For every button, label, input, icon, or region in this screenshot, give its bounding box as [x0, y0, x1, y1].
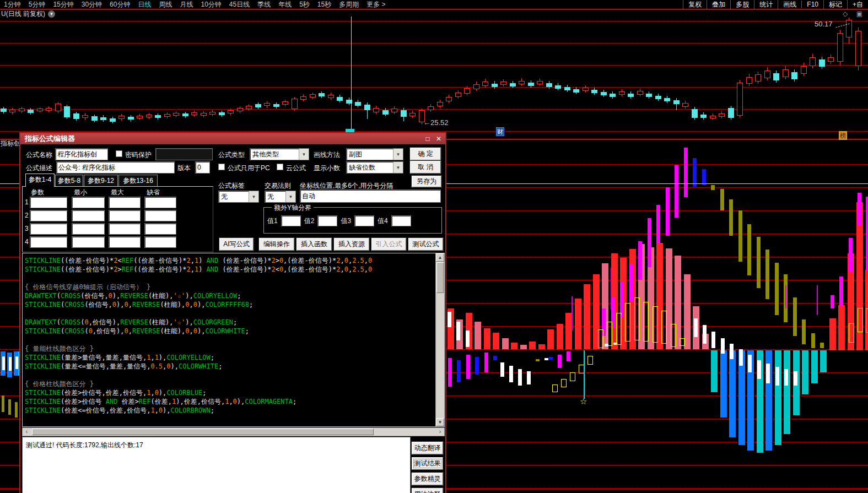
toolbar-button[interactable]: 画线	[778, 0, 801, 9]
toolbar-button[interactable]: 统计	[754, 0, 778, 9]
period-item[interactable]: 5秒	[295, 0, 314, 9]
version-input[interactable]	[195, 161, 210, 174]
param-input[interactable]	[30, 236, 67, 248]
chevron-down-icon[interactable]: ▼	[249, 191, 258, 202]
period-item[interactable]: 更多 >	[363, 0, 389, 9]
chevron-down-icon[interactable]: ▼	[393, 162, 403, 173]
vscroll-thumb[interactable]	[436, 262, 444, 293]
candle	[537, 81, 543, 84]
extra-y-input[interactable]	[354, 215, 374, 226]
param-input[interactable]	[72, 197, 105, 208]
candle	[364, 105, 370, 110]
param-input[interactable]	[109, 197, 141, 208]
extra-y-input[interactable]	[281, 215, 301, 226]
formula-name-input[interactable]	[55, 148, 108, 160]
tab-参数9-12[interactable]: 参数9-12	[84, 175, 118, 187]
param-input[interactable]	[144, 223, 176, 235]
close-icon[interactable]: ✕	[434, 134, 443, 143]
trade-rule-select[interactable]: 无▼	[265, 191, 296, 203]
gridline	[0, 131, 868, 132]
decimal-select[interactable]: 缺省位数▼	[346, 161, 403, 174]
coord-position-input[interactable]	[300, 189, 441, 203]
action-button-插入资源[interactable]: 插入资源	[334, 238, 369, 251]
candle	[828, 57, 834, 62]
toolbar-button[interactable]: 叠加	[707, 0, 730, 9]
chevron-down-icon[interactable]: ▼	[285, 191, 295, 202]
period-item[interactable]: 5分钟	[25, 0, 50, 9]
param-input[interactable]	[109, 210, 141, 221]
pc-only-checkbox[interactable]	[218, 164, 225, 170]
extra-y-item-label: 值3	[341, 216, 351, 226]
period-item[interactable]: 30分钟	[78, 0, 106, 9]
period-item[interactable]: 45日线	[225, 0, 254, 9]
action-button-编辑操作[interactable]: 编辑操作	[259, 238, 294, 251]
chevron-down-icon[interactable]: ▼	[299, 149, 309, 160]
period-item[interactable]: 季线	[254, 0, 274, 9]
action-button-插入函数[interactable]: 插入函数	[296, 238, 332, 251]
indicator-bar-wide	[802, 350, 808, 394]
cloud-formula-checkbox[interactable]	[277, 164, 283, 170]
draw-method-select[interactable]: 副图▼	[346, 148, 403, 160]
side-button-测试结果[interactable]: 测试结果	[412, 457, 443, 470]
scroll-right-icon[interactable]: ›	[436, 428, 444, 436]
tab-参数13-16[interactable]: 参数13-16	[118, 175, 158, 187]
param-input[interactable]	[72, 236, 105, 248]
param-input[interactable]	[144, 236, 176, 248]
extra-y-input[interactable]	[317, 215, 337, 226]
period-item[interactable]: 15分钟	[49, 0, 77, 9]
param-input[interactable]	[72, 223, 105, 235]
tab-参数1-4[interactable]: 参数1-4	[25, 174, 55, 187]
candle	[837, 33, 843, 62]
news-badge[interactable]: 财	[496, 127, 504, 136]
scroll-down-icon[interactable]: ▼	[436, 418, 444, 426]
period-item[interactable]: 月线	[176, 0, 197, 9]
param-input[interactable]	[30, 210, 67, 221]
corner-icons[interactable]: ◇ ▣	[843, 10, 866, 18]
param-input[interactable]	[109, 223, 141, 235]
chevron-down-icon[interactable]: ▼	[393, 149, 403, 160]
password-checkbox[interactable]	[116, 150, 122, 157]
side-button-用法注释[interactable]: 用法注释	[412, 488, 443, 493]
param-input[interactable]	[144, 197, 176, 208]
formula-type-select[interactable]: 其他类型▼	[250, 148, 309, 160]
param-input[interactable]	[144, 210, 176, 221]
dialog-titlebar[interactable]: 指标公式编辑器 □ ✕	[20, 133, 445, 144]
toolbar-button[interactable]: +自	[847, 0, 868, 9]
rank-badge[interactable]: 榜	[839, 131, 847, 140]
param-input[interactable]	[30, 197, 67, 208]
side-button-动态翻译[interactable]: 动态翻译	[412, 442, 443, 454]
param-input[interactable]	[109, 236, 141, 248]
toolbar-button[interactable]: F10	[801, 1, 823, 8]
formula-tag-select[interactable]: 无▼	[218, 191, 259, 203]
period-item[interactable]: 日线	[134, 0, 155, 9]
side-button-参数精灵[interactable]: 参数精灵	[412, 473, 443, 485]
horizontal-scrollbar[interactable]: ‹ ›	[22, 427, 445, 436]
vertical-scrollbar[interactable]: ▲ ▼	[435, 253, 444, 426]
extra-y-input[interactable]	[391, 215, 411, 226]
scroll-up-icon[interactable]: ▲	[436, 253, 444, 262]
param-input[interactable]	[30, 223, 67, 235]
period-item[interactable]: 60分钟	[106, 0, 134, 9]
formula-desc-input[interactable]	[56, 161, 175, 174]
param-input[interactable]	[72, 210, 105, 221]
toolbar-button[interactable]: 标记	[823, 0, 847, 9]
period-item[interactable]: 10分钟	[197, 0, 225, 9]
ok-button[interactable]: 确 定	[410, 148, 441, 160]
period-item[interactable]: 15秒	[314, 0, 335, 9]
chevron-down-icon[interactable]: ▾	[48, 10, 55, 18]
period-item[interactable]: 多周期	[335, 0, 363, 9]
period-item[interactable]: 年线	[274, 0, 295, 9]
scroll-left-icon[interactable]: ‹	[23, 428, 31, 436]
period-item[interactable]: 周线	[155, 0, 176, 9]
code-editor[interactable]: STICKLINE((价差-价信号)*2<REF((价差-价信号)*2,1) A…	[22, 253, 445, 427]
period-item[interactable]: 1分钟	[0, 0, 25, 9]
tab-参数5-8[interactable]: 参数5-8	[55, 175, 83, 187]
toolbar-button[interactable]: 复权	[683, 0, 707, 9]
toolbar-button[interactable]: 多股	[730, 0, 754, 9]
cancel-button[interactable]: 取 消	[410, 161, 441, 174]
save-as-button[interactable]: 另存为	[412, 176, 441, 187]
hscroll-thumb[interactable]	[32, 429, 374, 435]
maximize-icon[interactable]: □	[423, 134, 432, 143]
action-button-AI写公式[interactable]: AI写公式	[219, 238, 254, 251]
action-button-测试公式[interactable]: 测试公式	[408, 238, 443, 251]
